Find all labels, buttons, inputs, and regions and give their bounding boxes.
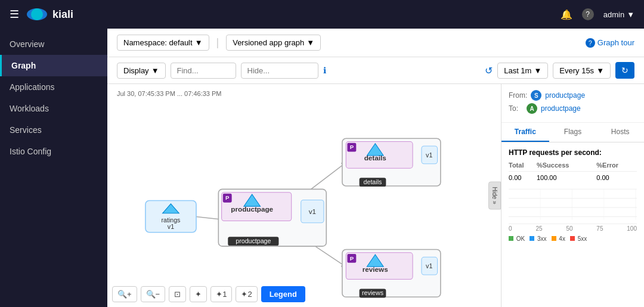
interval-label: Every 15s [559,66,594,75]
graph-tour-icon: ? [586,38,595,48]
x-label-0: 0 [509,225,512,232]
find-input[interactable] [171,63,236,79]
main-layout: Overview Graph Applications Workloads Se… [0,29,644,307]
content-area: Namespace: default ▼ | Versioned app gra… [107,29,644,307]
traffic-table: Total %Success %Error 0.00 100.00 0.00 [509,162,637,184]
x-label-100: 100 [627,225,637,232]
node-details-badge-text: P [350,144,354,150]
node-details-inner-label: details [364,154,387,162]
panel-from-to: From: S productpage To: A productpage [501,84,644,123]
bell-icon[interactable]: 🔔 [561,9,572,20]
right-panel: From: S productpage To: A productpage Tr… [501,84,644,307]
tab-flags[interactable]: Flags [549,123,597,142]
graph-tour-label: Graph tour [597,38,634,47]
node-reviews-tooltip-text: reviews [362,289,383,296]
hide-label: Hide [491,187,498,200]
legend-ok-dot [509,236,513,241]
refresh-button[interactable]: ↻ [615,62,634,79]
x-label-25: 25 [535,225,542,232]
from-badge: S [531,90,541,101]
layout-1-button[interactable]: ✦1 [210,286,232,302]
x-label-50: 50 [566,225,572,232]
user-menu[interactable]: admin ▼ [603,10,634,19]
tab-hosts[interactable]: Hosts [596,123,644,142]
cell-total: 0.00 [509,172,537,184]
node-reviews-inner-label: reviews [363,265,388,273]
node-productpage-inner-label: productpage [231,205,273,213]
last-time-label: Last 1m [504,66,531,75]
sidebar-item-graph[interactable]: Graph [0,55,107,76]
from-label: From: [509,91,527,100]
namespace-dropdown[interactable]: Namespace: default ▼ [117,35,209,51]
node-ratings-version: v1 [168,223,174,230]
info-icon: ℹ [323,66,326,75]
graph-bottom-toolbar: 🔍+ 🔍− ⊡ ✦ ✦1 ✦2 Legend [112,286,305,302]
graph-type-label: Versioned app graph [233,38,304,47]
brand-name: kiali [52,8,73,21]
hide-input[interactable] [241,63,318,79]
layout-default-button[interactable]: ✦ [190,286,207,302]
help-icon[interactable]: ? [582,8,594,20]
display-label: Display [123,66,149,75]
panel-content: HTTP requests per second: Total %Success… [501,142,644,248]
graph-area: Jul 30, 07:45:33 PM ... 07:46:33 PM http [107,84,644,307]
sidebar-item-overview[interactable]: Overview [0,33,107,55]
last-time-dropdown[interactable]: Last 1m ▼ [497,63,548,79]
tab-traffic[interactable]: Traffic [501,123,549,142]
chart-legend: OK 3xx 4x 5xx [509,235,637,242]
node-ratings-label: ratings [162,216,181,224]
to-label: To: [509,104,523,113]
traffic-section-title: HTTP requests per second: [509,148,637,157]
panel-tabs: Traffic Flags Hosts [501,123,644,142]
cell-error: 0.00 [596,172,637,184]
hide-arrow: » [491,201,498,204]
interval-arrow: ▼ [596,66,604,75]
graph-svg: http ratings v1 [107,84,501,307]
graph-type-dropdown[interactable]: Versioned app graph ▼ [226,35,321,51]
time-history-icon[interactable]: ↺ [485,65,493,76]
logo: kiali [26,8,73,21]
navbar: ☰ kiali 🔔 ? admin ▼ [0,0,644,29]
legend-button[interactable]: Legend [261,286,305,302]
zoom-in-button[interactable]: 🔍+ [112,286,137,302]
graph-canvas[interactable]: Jul 30, 07:45:33 PM ... 07:46:33 PM http [107,84,501,307]
node-productpage-v1-label: v1 [309,207,316,215]
zoom-out-button[interactable]: 🔍− [141,286,166,302]
sidebar-item-workloads[interactable]: Workloads [0,98,107,119]
cell-success: 100.00 [537,172,596,184]
to-badge: A [527,103,537,114]
node-reviews-v1-label: v1 [426,262,432,269]
navbar-actions: 🔔 ? admin ▼ [561,8,634,20]
node-details-tooltip-text: details [364,178,382,185]
sidebar-item-istio-config[interactable]: Istio Config [0,141,107,162]
hamburger-icon[interactable]: ☰ [10,8,19,21]
traffic-row: 0.00 100.00 0.00 [509,172,637,184]
svg-point-1 [31,8,43,20]
to-node-name[interactable]: productpage [541,104,581,113]
legend-3xx: 3xx [530,235,546,242]
chart-x-labels: 0 25 50 75 100 [509,225,637,232]
fit-button[interactable]: ⊡ [169,286,186,302]
node-productpage-tooltip-text: productpage [236,237,271,244]
layout-2-button[interactable]: ✦2 [236,286,257,302]
legend-3xx-dot [530,236,534,241]
graph-timestamp: Jul 30, 07:45:33 PM ... 07:46:33 PM [117,90,222,97]
traffic-chart [509,188,637,224]
display-dropdown[interactable]: Display ▼ [117,63,166,79]
hide-panel-button[interactable]: Hide » [488,182,501,210]
x-label-75: 75 [596,225,603,232]
graph-tour-link[interactable]: ? Graph tour [586,38,634,48]
from-node-name[interactable]: productpage [545,91,585,100]
logo-icon [26,8,48,21]
toolbar: Namespace: default ▼ | Versioned app gra… [107,29,644,57]
toolbar-separator: | [216,36,219,49]
interval-dropdown[interactable]: Every 15s ▼ [553,63,611,79]
panel-from-row: From: S productpage [509,90,637,101]
sidebar: Overview Graph Applications Workloads Se… [0,29,107,307]
user-dropdown-icon: ▼ [627,10,634,19]
col-total: Total [509,162,537,172]
sidebar-item-services[interactable]: Services [0,119,107,141]
sidebar-item-applications[interactable]: Applications [0,76,107,98]
node-details-v1-label: v1 [426,151,432,159]
legend-4xx: 4x [552,235,565,242]
